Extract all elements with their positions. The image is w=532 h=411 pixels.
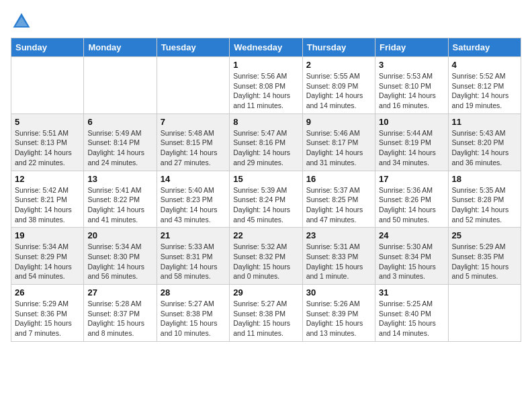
day-info: Sunrise: 5:39 AMSunset: 8:24 PMDaylight:…	[233, 185, 298, 225]
day-info: Sunrise: 5:29 AMSunset: 8:36 PMDaylight:…	[15, 299, 80, 338]
day-number: 27	[87, 287, 152, 298]
calendar-cell: 22Sunrise: 5:32 AMSunset: 8:32 PMDayligh…	[230, 228, 302, 285]
calendar-cell: 27Sunrise: 5:28 AMSunset: 8:37 PMDayligh…	[84, 285, 157, 342]
day-info: Sunrise: 5:46 AMSunset: 8:17 PMDaylight:…	[306, 128, 371, 168]
calendar-cell: 2Sunrise: 5:55 AMSunset: 8:09 PMDaylight…	[302, 57, 375, 114]
calendar-cell: 24Sunrise: 5:30 AMSunset: 8:34 PMDayligh…	[375, 228, 448, 285]
day-info: Sunrise: 5:27 AMSunset: 8:38 PMDaylight:…	[161, 299, 226, 338]
calendar-cell: 4Sunrise: 5:52 AMSunset: 8:12 PMDaylight…	[448, 57, 521, 114]
calendar-cell: 28Sunrise: 5:27 AMSunset: 8:38 PMDayligh…	[157, 285, 229, 342]
day-info: Sunrise: 5:28 AMSunset: 8:37 PMDaylight:…	[87, 299, 152, 338]
calendar-cell: 21Sunrise: 5:33 AMSunset: 8:31 PMDayligh…	[157, 228, 229, 285]
calendar-week-row: 5Sunrise: 5:51 AMSunset: 8:13 PMDaylight…	[11, 113, 521, 171]
day-number: 14	[161, 174, 226, 184]
calendar-cell: 18Sunrise: 5:35 AMSunset: 8:28 PMDayligh…	[448, 171, 521, 228]
day-info: Sunrise: 5:49 AMSunset: 8:14 PMDaylight:…	[87, 128, 152, 168]
weekday-header: Sunday	[11, 38, 84, 57]
calendar-cell: 20Sunrise: 5:34 AMSunset: 8:30 PMDayligh…	[84, 228, 157, 285]
day-info: Sunrise: 5:25 AMSunset: 8:40 PMDaylight:…	[379, 299, 444, 338]
day-number: 17	[379, 174, 444, 184]
day-info: Sunrise: 5:30 AMSunset: 8:34 PMDaylight:…	[379, 242, 444, 281]
day-number: 2	[306, 60, 371, 70]
day-info: Sunrise: 5:41 AMSunset: 8:22 PMDaylight:…	[87, 185, 152, 225]
day-number: 19	[15, 230, 80, 240]
day-number: 4	[452, 60, 517, 70]
day-number: 8	[233, 117, 298, 127]
day-number: 1	[233, 60, 298, 70]
day-info: Sunrise: 5:26 AMSunset: 8:39 PMDaylight:…	[306, 299, 371, 338]
day-info: Sunrise: 5:32 AMSunset: 8:32 PMDaylight:…	[233, 242, 298, 281]
day-number: 10	[379, 117, 444, 127]
weekday-header: Monday	[84, 38, 157, 57]
weekday-header: Thursday	[302, 38, 375, 57]
calendar-cell: 31Sunrise: 5:25 AMSunset: 8:40 PMDayligh…	[375, 285, 448, 342]
day-number: 28	[161, 287, 226, 298]
day-number: 22	[233, 230, 298, 240]
calendar-cell: 26Sunrise: 5:29 AMSunset: 8:36 PMDayligh…	[11, 285, 84, 342]
calendar-table: SundayMondayTuesdayWednesdayThursdayFrid…	[11, 38, 521, 342]
day-info: Sunrise: 5:47 AMSunset: 8:16 PMDaylight:…	[233, 128, 298, 168]
day-number: 30	[306, 287, 371, 298]
day-info: Sunrise: 5:37 AMSunset: 8:25 PMDaylight:…	[306, 185, 371, 225]
day-number: 26	[15, 287, 80, 298]
day-number: 9	[306, 117, 371, 127]
calendar-cell: 9Sunrise: 5:46 AMSunset: 8:17 PMDaylight…	[302, 113, 375, 171]
calendar-cell: 1Sunrise: 5:56 AMSunset: 8:08 PMDaylight…	[230, 57, 302, 114]
day-number: 6	[87, 117, 152, 127]
calendar-cell: 7Sunrise: 5:48 AMSunset: 8:15 PMDaylight…	[157, 113, 229, 171]
calendar-cell: 10Sunrise: 5:44 AMSunset: 8:19 PMDayligh…	[375, 113, 448, 171]
day-info: Sunrise: 5:31 AMSunset: 8:33 PMDaylight:…	[306, 242, 371, 281]
calendar-cell: 25Sunrise: 5:29 AMSunset: 8:35 PMDayligh…	[448, 228, 521, 285]
calendar-cell: 17Sunrise: 5:36 AMSunset: 8:26 PMDayligh…	[375, 171, 448, 228]
day-number: 29	[233, 287, 298, 298]
day-number: 16	[306, 174, 371, 184]
logo	[11, 11, 35, 32]
weekday-header: Tuesday	[157, 38, 229, 57]
calendar-week-row: 19Sunrise: 5:34 AMSunset: 8:29 PMDayligh…	[11, 228, 521, 285]
day-number: 5	[15, 117, 80, 127]
day-info: Sunrise: 5:34 AMSunset: 8:30 PMDaylight:…	[87, 242, 152, 281]
calendar-cell: 16Sunrise: 5:37 AMSunset: 8:25 PMDayligh…	[302, 171, 375, 228]
day-info: Sunrise: 5:40 AMSunset: 8:23 PMDaylight:…	[161, 185, 226, 225]
day-number: 15	[233, 174, 298, 184]
calendar-cell	[157, 57, 229, 114]
day-info: Sunrise: 5:29 AMSunset: 8:35 PMDaylight:…	[452, 242, 517, 281]
calendar-cell: 29Sunrise: 5:27 AMSunset: 8:38 PMDayligh…	[230, 285, 302, 342]
calendar-cell: 19Sunrise: 5:34 AMSunset: 8:29 PMDayligh…	[11, 228, 84, 285]
day-info: Sunrise: 5:44 AMSunset: 8:19 PMDaylight:…	[379, 128, 444, 168]
calendar-cell: 8Sunrise: 5:47 AMSunset: 8:16 PMDaylight…	[230, 113, 302, 171]
day-info: Sunrise: 5:33 AMSunset: 8:31 PMDaylight:…	[161, 242, 226, 281]
calendar-week-row: 12Sunrise: 5:42 AMSunset: 8:21 PMDayligh…	[11, 171, 521, 228]
day-info: Sunrise: 5:48 AMSunset: 8:15 PMDaylight:…	[161, 128, 226, 168]
day-info: Sunrise: 5:42 AMSunset: 8:21 PMDaylight:…	[15, 185, 80, 225]
calendar-week-row: 1Sunrise: 5:56 AMSunset: 8:08 PMDaylight…	[11, 57, 521, 114]
day-info: Sunrise: 5:52 AMSunset: 8:12 PMDaylight:…	[452, 71, 517, 111]
calendar-cell: 5Sunrise: 5:51 AMSunset: 8:13 PMDaylight…	[11, 113, 84, 171]
day-info: Sunrise: 5:36 AMSunset: 8:26 PMDaylight:…	[379, 185, 444, 225]
day-number: 3	[379, 60, 444, 70]
calendar-cell: 30Sunrise: 5:26 AMSunset: 8:39 PMDayligh…	[302, 285, 375, 342]
day-number: 18	[452, 174, 517, 184]
calendar-cell: 12Sunrise: 5:42 AMSunset: 8:21 PMDayligh…	[11, 171, 84, 228]
day-info: Sunrise: 5:34 AMSunset: 8:29 PMDaylight:…	[15, 242, 80, 281]
calendar-cell: 13Sunrise: 5:41 AMSunset: 8:22 PMDayligh…	[84, 171, 157, 228]
calendar-header-row: SundayMondayTuesdayWednesdayThursdayFrid…	[11, 38, 521, 57]
day-number: 23	[306, 230, 371, 240]
calendar-week-row: 26Sunrise: 5:29 AMSunset: 8:36 PMDayligh…	[11, 285, 521, 342]
calendar-cell: 6Sunrise: 5:49 AMSunset: 8:14 PMDaylight…	[84, 113, 157, 171]
calendar-cell	[448, 285, 521, 342]
day-info: Sunrise: 5:43 AMSunset: 8:20 PMDaylight:…	[452, 128, 517, 168]
day-number: 20	[87, 230, 152, 240]
weekday-header: Wednesday	[230, 38, 302, 57]
day-info: Sunrise: 5:51 AMSunset: 8:13 PMDaylight:…	[15, 128, 80, 168]
calendar-cell: 15Sunrise: 5:39 AMSunset: 8:24 PMDayligh…	[230, 171, 302, 228]
weekday-header: Friday	[375, 38, 448, 57]
calendar-cell: 11Sunrise: 5:43 AMSunset: 8:20 PMDayligh…	[448, 113, 521, 171]
calendar-cell	[84, 57, 157, 114]
logo-icon	[11, 11, 32, 32]
day-number: 31	[379, 287, 444, 298]
day-number: 11	[452, 117, 517, 127]
page-header	[11, 11, 521, 32]
day-info: Sunrise: 5:53 AMSunset: 8:10 PMDaylight:…	[379, 71, 444, 111]
day-number: 24	[379, 230, 444, 240]
